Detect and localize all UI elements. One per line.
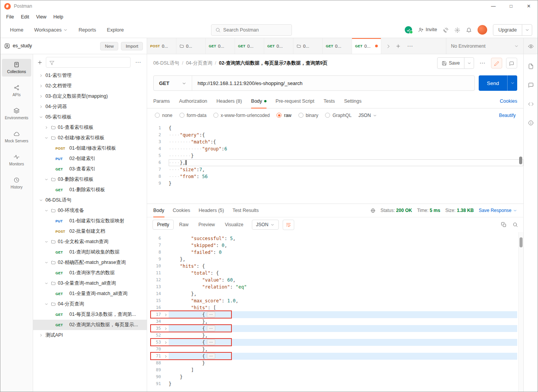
collapsed-ellipsis[interactable]: ⋯ xyxy=(207,325,215,331)
avatar[interactable] xyxy=(478,25,487,35)
chevron-right-icon[interactable] xyxy=(39,84,44,88)
open-tab[interactable]: 0... xyxy=(293,38,323,54)
comment-panel-button[interactable] xyxy=(526,80,536,90)
send-button[interactable]: Send xyxy=(479,75,517,91)
view-visualize[interactable]: Visualize xyxy=(220,220,248,230)
tree-item[interactable]: 01-全文检索-match查询 xyxy=(33,237,147,247)
edit-request-button[interactable] xyxy=(491,58,502,68)
search-input[interactable] xyxy=(223,27,288,33)
fold-chevron-icon[interactable] xyxy=(164,355,168,358)
new-tab-button[interactable] xyxy=(396,43,401,49)
settings-button[interactable] xyxy=(454,27,460,33)
add-collection-button[interactable] xyxy=(37,60,43,65)
rail-monitors[interactable]: Monitors xyxy=(2,151,31,169)
tree-item[interactable]: GET02-查询第六组数据，每页显示... xyxy=(33,320,147,330)
tree-item[interactable]: 02-精确匹配-match_phrase查询 xyxy=(33,257,147,268)
chevron-down-icon[interactable] xyxy=(44,282,49,285)
sidebar-filter[interactable] xyxy=(46,57,131,68)
global-search[interactable] xyxy=(211,24,292,36)
chevron-right-icon[interactable] xyxy=(39,74,44,77)
invite-button[interactable]: Invite xyxy=(418,27,437,33)
breadcrumb-segment[interactable]: 04-分页查询 xyxy=(186,60,212,67)
chevron-right-icon[interactable] xyxy=(39,105,44,108)
chevron-down-icon[interactable] xyxy=(44,261,49,264)
workspace-switcher[interactable]: es_study xyxy=(4,43,32,49)
rail-apis[interactable]: APIs xyxy=(2,82,31,100)
response-tab-test-results[interactable]: Test Results xyxy=(233,204,259,217)
collapsed-ellipsis[interactable]: ⋯ xyxy=(207,339,215,345)
tab-options-icon[interactable]: ⋯ xyxy=(406,43,415,50)
rail-collections[interactable]: Collections xyxy=(2,59,31,77)
sidebar-more-icon[interactable]: ⋯ xyxy=(134,59,143,66)
open-tab[interactable]: GET0... xyxy=(235,38,264,54)
send-options-caret[interactable] xyxy=(507,75,517,91)
bodytype-form-data[interactable]: form-data xyxy=(179,113,206,118)
fold-chevron-icon[interactable] xyxy=(164,313,168,317)
code-panel-button[interactable] xyxy=(526,99,536,109)
tree-item[interactable]: 03-全量查询-match_all查询 xyxy=(33,278,147,289)
notifications-button[interactable] xyxy=(466,27,472,33)
tree-item[interactable]: GET01-查询张宇杰的数据 xyxy=(33,268,147,278)
response-scrollbar-track[interactable] xyxy=(518,232,523,392)
tree-item[interactable]: GET01-删除索引模板 xyxy=(33,185,147,195)
nav-reports[interactable]: Reports xyxy=(74,25,101,35)
method-select[interactable]: GET xyxy=(154,76,192,90)
tab-params[interactable]: Params xyxy=(153,94,170,108)
environment-selector[interactable]: No Environment xyxy=(446,43,523,49)
tree-item[interactable]: POST02-批量创建文档 xyxy=(33,226,147,237)
url-input[interactable] xyxy=(192,80,474,86)
tab-authorization[interactable]: Authorization xyxy=(179,94,207,108)
rail-mock[interactable]: Mock Servers xyxy=(2,128,31,146)
maximize-button[interactable]: □ xyxy=(502,0,520,12)
tree-item[interactable]: GET01-每页显示3条数据，查询第... xyxy=(33,309,147,320)
tab-headers-8-[interactable]: Headers (8) xyxy=(216,94,242,108)
chevron-down-icon[interactable] xyxy=(44,136,49,140)
chevron-down-icon[interactable] xyxy=(44,178,49,181)
bodytype-x-www-form-urlencoded[interactable]: x-www-form-urlencoded xyxy=(213,113,270,118)
view-raw[interactable]: Raw xyxy=(174,220,193,230)
request-more-icon[interactable]: ⋯ xyxy=(478,60,487,67)
tree-item[interactable]: GET03-查看索引 xyxy=(33,164,147,174)
save-caret[interactable] xyxy=(464,58,474,68)
tree-item[interactable]: 05-索引模板 xyxy=(33,112,147,122)
chevron-down-icon[interactable] xyxy=(39,199,44,202)
request-body-editor[interactable]: 1{2····"query":{3········"match":{4·····… xyxy=(147,122,523,204)
copy-response-button[interactable] xyxy=(501,222,506,228)
tree-item[interactable]: 00-环境准备 xyxy=(33,205,147,216)
open-tab[interactable]: GET0... xyxy=(323,38,352,54)
chevron-down-icon[interactable] xyxy=(44,209,49,212)
network-info-icon[interactable] xyxy=(370,208,375,213)
body-language-select[interactable]: JSON xyxy=(359,113,377,118)
breadcrumb-segment[interactable]: 06-DSL语句 xyxy=(153,60,179,67)
scroll-tabs-button[interactable] xyxy=(386,43,391,49)
tree-item[interactable]: GET01-查询彭斌收集的数据 xyxy=(33,247,147,257)
open-tab[interactable]: GET0... xyxy=(264,38,293,54)
import-button[interactable]: Import xyxy=(121,42,143,50)
tree-item[interactable]: 04-分页查询 xyxy=(33,299,147,309)
chevron-down-icon[interactable] xyxy=(44,240,49,244)
minimize-button[interactable]: — xyxy=(484,0,502,12)
fold-chevron-icon[interactable] xyxy=(164,327,168,330)
tab-pre-request-script[interactable]: Pre-request Script xyxy=(276,94,315,108)
network-status-icon[interactable] xyxy=(405,26,412,33)
chevron-right-icon[interactable] xyxy=(39,95,44,98)
response-scrollbar[interactable] xyxy=(520,237,523,247)
capture-requests-button[interactable] xyxy=(443,27,449,33)
chevron-right-icon[interactable] xyxy=(44,126,49,129)
open-tab[interactable]: 0... xyxy=(176,38,206,54)
tab-body[interactable]: Body xyxy=(251,94,266,108)
collapsed-ellipsis[interactable]: ⋯ xyxy=(207,312,215,317)
comments-button[interactable] xyxy=(506,58,517,68)
tree-item[interactable]: 测试API xyxy=(33,330,147,340)
rail-history[interactable]: History xyxy=(2,174,31,192)
menu-help[interactable]: Help xyxy=(50,13,67,21)
bodytype-GraphQL[interactable]: GraphQL xyxy=(325,113,351,118)
tree-item[interactable]: 06-DSL语句 xyxy=(33,195,147,205)
menu-view[interactable]: View xyxy=(33,13,50,21)
tree-item[interactable]: PUT02-创建索引 xyxy=(33,153,147,164)
tree-item[interactable]: 04-分词器 xyxy=(33,102,147,112)
tree-item[interactable]: PUT01-创建索引指定数据映射 xyxy=(33,216,147,226)
chevron-down-icon[interactable] xyxy=(44,302,49,306)
tree-item[interactable]: 02-创建/修改索引模板 xyxy=(33,133,147,143)
upgrade-button[interactable]: Upgrade xyxy=(493,24,532,36)
